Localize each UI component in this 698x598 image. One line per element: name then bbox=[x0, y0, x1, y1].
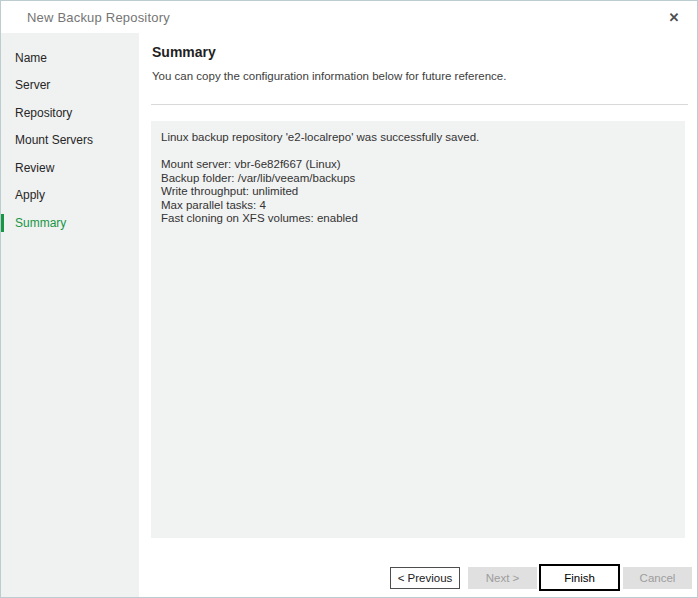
summary-line: Linux backup repository 'e2-localrepo' w… bbox=[161, 131, 675, 145]
summary-line: Fast cloning on XFS volumes: enabled bbox=[161, 212, 675, 226]
sidebar-item-label: Review bbox=[15, 161, 54, 175]
header-separator bbox=[151, 104, 688, 105]
sidebar-item-label: Name bbox=[15, 51, 47, 65]
new-backup-repository-wizard: New Backup Repository ✕ Name Server Repo… bbox=[0, 0, 698, 598]
wizard-steps-sidebar: Name Server Repository Mount Servers Rev… bbox=[1, 33, 139, 597]
sidebar-item-label: Summary bbox=[15, 216, 66, 230]
active-step-indicator bbox=[1, 214, 4, 232]
next-button[interactable]: Next > bbox=[468, 567, 537, 589]
sidebar-item-name[interactable]: Name bbox=[1, 44, 139, 72]
page-description: You can copy the configuration informati… bbox=[152, 70, 506, 82]
page-title: Summary bbox=[152, 44, 216, 60]
finish-button[interactable]: Finish bbox=[539, 564, 620, 591]
sidebar-item-review[interactable]: Review bbox=[1, 154, 139, 182]
summary-line bbox=[161, 145, 675, 159]
sidebar-item-repository[interactable]: Repository bbox=[1, 99, 139, 127]
sidebar-item-apply[interactable]: Apply bbox=[1, 182, 139, 210]
summary-line: Write throughput: unlimited bbox=[161, 185, 675, 199]
window-title: New Backup Repository bbox=[1, 10, 170, 25]
previous-button[interactable]: < Previous bbox=[390, 567, 460, 589]
summary-line: Mount server: vbr-6e82f667 (Linux) bbox=[161, 158, 675, 172]
summary-line: Backup folder: /var/lib/veeam/backups bbox=[161, 172, 675, 186]
sidebar-item-summary[interactable]: Summary bbox=[1, 209, 139, 237]
title-bar: New Backup Repository ✕ bbox=[1, 1, 697, 33]
sidebar-item-label: Server bbox=[15, 78, 50, 92]
sidebar-item-label: Mount Servers bbox=[15, 133, 93, 147]
main-content: Summary You can copy the configuration i… bbox=[140, 33, 696, 596]
sidebar-item-label: Repository bbox=[15, 106, 72, 120]
close-icon[interactable]: ✕ bbox=[661, 5, 687, 29]
sidebar-item-label: Apply bbox=[15, 188, 45, 202]
sidebar-item-server[interactable]: Server bbox=[1, 72, 139, 100]
cancel-button[interactable]: Cancel bbox=[623, 567, 692, 589]
summary-line: Max parallel tasks: 4 bbox=[161, 199, 675, 213]
summary-details-box: Linux backup repository 'e2-localrepo' w… bbox=[151, 121, 685, 538]
sidebar-item-mount-servers[interactable]: Mount Servers bbox=[1, 127, 139, 155]
